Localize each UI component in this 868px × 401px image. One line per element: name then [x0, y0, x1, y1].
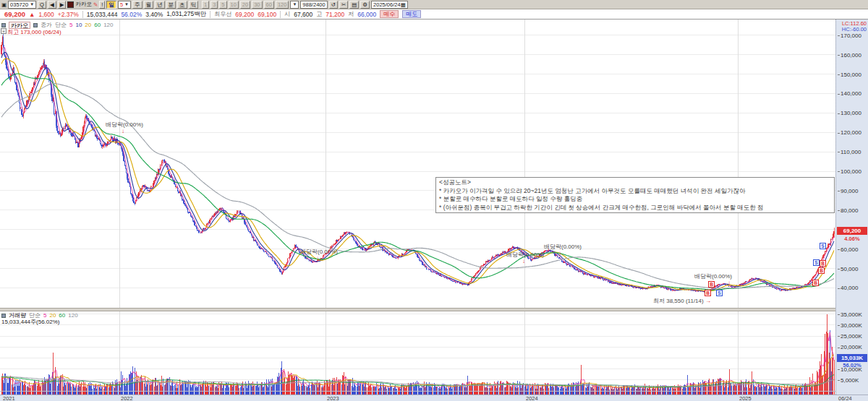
divider [280, 11, 281, 18]
undo-icon[interactable]: ↺ [329, 1, 338, 9]
note-line: * 카카오가 이가격일 수 있으랴 20~21년도 엄청난 고가에서 아무것도 … [439, 187, 831, 196]
period-day-button[interactable]: 일 [106, 1, 116, 9]
buy-mark[interactable]: B [708, 281, 715, 288]
ma10-label: 10 [75, 22, 82, 28]
alert-button[interactable]: ! [99, 1, 105, 9]
date-axis: 2021202220232024202506/24 [0, 394, 868, 401]
minute-20-button[interactable]: 20 [240, 1, 250, 9]
stock-code: 035720 [10, 1, 28, 8]
chevron-down-icon: ▼ [30, 2, 34, 7]
high-price: 71,200 [326, 11, 344, 18]
minute-30-button[interactable]: 30 [252, 1, 262, 9]
current-volume-percent: 56.02% [837, 362, 867, 368]
divider [82, 11, 83, 18]
down-arrow-icon: ↓ [522, 259, 525, 264]
stock-name: 카카오 [75, 1, 92, 8]
price-axis-label: 120,000 [838, 129, 861, 136]
sell-mark[interactable]: S [813, 259, 820, 266]
buy-mark[interactable]: B [820, 260, 826, 267]
top-toolbar: ▣ 035720 ▼ Q ◀ ▶ 카카오 ✎ ! 일 5 ▼ 주 월 년 분 초… [0, 0, 868, 9]
down-arrow-icon: ↓ [122, 129, 124, 134]
note-line: * (아쉬운점) 종목이 무겁고 하락한 기간이 긴데 첫 상승에서 간크게 매… [439, 204, 831, 212]
volume-axis-label: 5,000K [838, 377, 859, 384]
price-axis-label: 100,000 [838, 168, 861, 175]
date-picker[interactable]: 2025/06/24 ▦ [371, 1, 408, 9]
chevron-down-icon: ▼ [124, 2, 129, 7]
snapshot-icon[interactable]: ✂ [339, 1, 348, 9]
price-axis-label: 150,000 [838, 72, 861, 78]
buy-mark[interactable]: B [818, 267, 825, 274]
indicator-toggle-icon[interactable] [1, 314, 6, 318]
price-axis-label: 40,000 [838, 285, 858, 291]
prev-stock-button[interactable]: ◀ [48, 1, 56, 9]
search-icon[interactable]: Q [38, 1, 46, 9]
volume-axis-label: 25,000K [838, 333, 862, 340]
year-label: 2024 [526, 395, 538, 401]
period-month-button[interactable]: 월 [144, 1, 154, 9]
minute-3-button[interactable]: 3 [210, 1, 218, 9]
ma-type-label: 단순 [55, 21, 67, 29]
buy-mark[interactable]: B [812, 280, 819, 286]
memo-note-box[interactable]: <성공노트> * 카카오가 이가격일 수 있으랴 20~21년도 엄청난 고가에… [435, 177, 835, 213]
ma120-label: 120 [103, 22, 113, 28]
open-label: 시 [284, 10, 290, 18]
turnover-rate: 3.40% [145, 11, 163, 18]
calendar-icon: ▦ [401, 1, 406, 8]
price-legend-symbol: 카카오 [9, 22, 30, 29]
year-label: 2023 [327, 395, 339, 401]
vma60-label: 60 [59, 312, 65, 319]
sell-mark[interactable]: S [820, 243, 826, 249]
divider [210, 11, 210, 18]
buy-mark[interactable]: B [705, 290, 711, 296]
price-change-pct: +2.37% [58, 11, 79, 18]
minute-10-button[interactable]: 10 [229, 1, 239, 9]
next-stock-button[interactable]: ▶ [58, 1, 67, 9]
best-ask: 69,200 [235, 11, 254, 18]
indicator-toggle-icon[interactable] [1, 23, 6, 27]
volume-axis-label: 20,000K [838, 344, 862, 350]
window-icon: ▣ [1, 1, 7, 8]
year-label: 2022 [121, 395, 133, 401]
low-price: 66,000 [357, 11, 376, 18]
save-icon[interactable]: ▤ [349, 1, 359, 9]
best-bid: 69,100 [258, 11, 276, 18]
period-second-button[interactable]: 초 [177, 1, 187, 9]
period-minute-button[interactable]: 분 [166, 1, 176, 9]
period-week-button[interactable]: 주 [132, 1, 142, 9]
up-arrow-icon: ▲ [29, 11, 35, 18]
ex-dividend-annotation: 배당락(0.00%) [300, 248, 338, 256]
period-count-combo[interactable]: 5 ▼ [118, 1, 131, 9]
chart-tools-icon[interactable]: + [1, 28, 7, 34]
stock-logo-icon [67, 1, 74, 8]
all-time-high-annotation: 최고 173,000 (06/24) [7, 28, 61, 36]
price-axis-label: 130,000 [838, 110, 861, 116]
period-year-button[interactable]: 년 [155, 1, 165, 9]
open-price: 67,600 [294, 11, 312, 18]
price-axis-label: 110,000 [838, 149, 861, 155]
minute-1-button[interactable]: 1 [202, 1, 209, 9]
extra-combo[interactable]: ▼ [290, 1, 299, 9]
stock-code-combo[interactable]: 035720 ▼ [8, 1, 36, 9]
ma5-label: 5 [69, 22, 72, 28]
price-axis-label: 80,000 [838, 207, 858, 214]
indicator-toggle-icon[interactable] [33, 23, 38, 27]
settings-gear-icon[interactable]: ⚙ [360, 1, 370, 9]
down-arrow-icon: ↓ [728, 280, 731, 286]
minute-60-button[interactable]: 60 [264, 1, 274, 9]
ma20-label: 20 [85, 22, 91, 28]
minute-5-button[interactable]: 5 [219, 1, 226, 9]
last-date-label: 06/24 [838, 395, 852, 401]
quote-bar: 69,200 ▲ 1,600 +2.37% 15,033,444 56.02% … [0, 9, 868, 20]
ma60-label: 60 [94, 22, 101, 28]
year-label: 2021 [3, 395, 15, 401]
sell-button[interactable]: 매도 [402, 10, 421, 18]
period-tick-button[interactable]: 틱 [189, 1, 199, 9]
hc-indicator: HC:-60.00 [842, 26, 867, 33]
minute-120-button[interactable]: 120 [276, 1, 289, 9]
sell-mark[interactable]: S [716, 290, 723, 296]
note-title: <성공노트> [439, 178, 831, 187]
edit-pen-icon[interactable]: ✎ [93, 1, 98, 8]
high-label: 고 [316, 10, 322, 18]
buy-button[interactable]: 매수 [380, 10, 399, 18]
chart-region: + 카카오 종가 단순 5 10 20 60 120 거래량 단순 5 20 6… [0, 20, 868, 401]
